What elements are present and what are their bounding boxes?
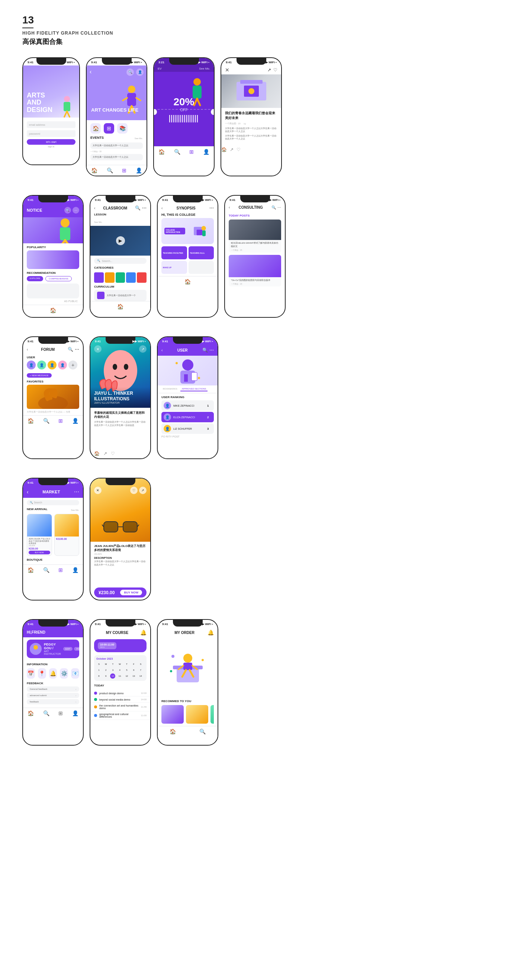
share-icon[interactable]: ↗ [267, 67, 271, 73]
nav-home-icon[interactable]: 🏠 [117, 304, 124, 310]
svg-point-28 [113, 364, 117, 370]
nav-user-icon[interactable]: 👤 [72, 710, 78, 716]
nav-search-icon[interactable]: 🔍 [43, 418, 49, 424]
more-icon[interactable]: ⋯ [210, 347, 214, 353]
play-button[interactable]: ▶ [116, 236, 125, 245]
close-icon[interactable]: ✕ [225, 67, 229, 73]
approved-tab[interactable]: APPROVED SECTIONS [180, 387, 208, 391]
buy-now-button-1[interactable]: BUY NOW [29, 550, 50, 554]
explore-button[interactable]: EXPLORE [27, 276, 43, 281]
back-button[interactable]: ‹ [161, 348, 162, 352]
nav-search-icon[interactable]: 🔍 [199, 729, 206, 735]
market-search[interactable]: 🔍 Search [27, 500, 79, 505]
nav-home-icon[interactable]: 🏠 [159, 149, 165, 155]
more-icon[interactable]: ⋯ [75, 347, 79, 352]
nav-search-icon[interactable]: 🔍 [174, 149, 180, 155]
phone-notch [38, 479, 68, 485]
buy-now-button[interactable]: BUY NOW [120, 590, 142, 595]
illustration-actions: 🏠 ↗ ♡ [90, 449, 150, 458]
lets-start-button[interactable]: let's start [27, 139, 76, 145]
category-4[interactable] [126, 272, 136, 283]
password-field[interactable]: password [27, 130, 76, 137]
nav-home-icon[interactable]: 🏠 [27, 710, 34, 716]
nav-user-icon[interactable]: 👤 [72, 567, 78, 573]
bell-icon[interactable]: 🔔 [140, 630, 146, 635]
teaching-facilities-card: TEACHING FACILITIES [161, 246, 187, 259]
feedback-item-3: feedback › [27, 699, 79, 704]
svg-rect-1 [64, 102, 70, 111]
nav-grid-icon[interactable]: ⊞ [59, 418, 63, 424]
nav-grid-icon[interactable]: ⊞ [59, 710, 63, 716]
icon-grid[interactable]: ⊞ [104, 123, 114, 134]
heart-icon[interactable]: ♡ [273, 67, 278, 73]
categories-grid [90, 272, 150, 283]
svg-rect-23 [197, 229, 202, 235]
phone-art-changes-life: 9:41 ▶▶ WiFi ▪ ‹ 🔍 👤 [86, 57, 147, 177]
more-icon[interactable]: ⋯ [210, 205, 214, 211]
category-2[interactable] [105, 272, 114, 283]
nav-user-icon[interactable]: 👤 [136, 167, 142, 173]
search-icon[interactable]: 🔍 [68, 347, 73, 352]
nav-home-icon[interactable]: 🏠 [27, 567, 34, 573]
category-1[interactable] [94, 272, 104, 283]
nav-grid-icon[interactable]: ⊞ [189, 149, 194, 155]
svg-point-29 [124, 364, 128, 370]
email-field[interactable]: email address [27, 121, 76, 128]
search-icon[interactable]: 🔍 [271, 205, 276, 210]
follow-button[interactable]: FOLLOW [74, 647, 84, 651]
nav-grid-icon[interactable]: ⊞ [122, 167, 127, 173]
more-icon[interactable]: ⋯ [278, 205, 281, 210]
post-body-1: 哈尔滨HELEN GRANT样式了解与联研本具体功能好文 一个两会 - 15 [229, 240, 281, 253]
back-icon[interactable]: ‹ [27, 489, 29, 495]
nav-home-icon[interactable]: 🏠 [170, 729, 176, 735]
svg-rect-19 [60, 228, 70, 240]
nav-user-icon[interactable]: 👤 [72, 418, 78, 424]
heart-icon[interactable]: ♡ [111, 451, 115, 456]
nav-home-icon[interactable]: 🏠 [91, 167, 97, 173]
info-icon-5[interactable]: 📧 [71, 668, 79, 679]
row-1: 9:41 ▶▶ WiFi ▪ ARTS AND DESIGN [22, 57, 486, 177]
nav-search-icon[interactable]: 🔍 [43, 567, 49, 573]
more-icon[interactable]: ⋯ [142, 205, 146, 211]
bookmarks-tab[interactable]: BOOKMARKS [161, 387, 179, 391]
heart-icon[interactable]: ♡ [237, 147, 241, 152]
info-icon-2[interactable]: 📍 [38, 668, 46, 679]
favorite-icon[interactable]: ♡ [130, 487, 138, 494]
nav-user-icon[interactable]: 👤 [203, 149, 210, 155]
home-icon[interactable]: 🏠 [94, 451, 100, 456]
share-icon[interactable]: ↗ [139, 345, 146, 353]
search-bar[interactable]: 🔍 Search... [94, 258, 146, 264]
sign-in-link[interactable]: sign in [27, 145, 76, 148]
search-icon[interactable]: 🔍 [135, 205, 141, 211]
search-icon[interactable]: 🔍 [202, 347, 208, 353]
category-3[interactable] [116, 272, 125, 283]
nav-search-icon[interactable]: 🔍 [107, 167, 113, 173]
category-5[interactable] [137, 272, 146, 283]
info-icon-1[interactable]: 📅 [27, 668, 35, 679]
nav-market-icon[interactable]: ⊞ [59, 567, 63, 573]
icon-home[interactable]: 🏠 [90, 123, 101, 134]
nav-home-icon[interactable]: 🏠 [184, 279, 191, 285]
share-icon[interactable]: ↗ [230, 147, 233, 152]
edit-button[interactable]: EDIT [63, 647, 73, 651]
back-button[interactable]: ‹ [94, 206, 95, 210]
share-icon[interactable]: ↗ [103, 451, 107, 456]
more-icon[interactable]: ⋯ [74, 489, 79, 495]
new-message-button[interactable]: + NEW MESSAGE [27, 373, 52, 378]
comprehensive-button[interactable]: COMPREHENSIVE [45, 276, 72, 281]
info-icon-4[interactable]: ⚙️ [60, 668, 68, 679]
nav-search-icon[interactable]: 🔍 [43, 710, 49, 716]
bell-icon[interactable]: 🔔 [208, 630, 214, 635]
close-icon[interactable]: ✕ [94, 487, 102, 494]
back-button[interactable]: ‹ [229, 205, 230, 210]
home-icon[interactable]: 🏠 [221, 147, 227, 152]
back-button[interactable]: ‹ [27, 347, 28, 352]
nav-home-icon[interactable]: 🏠 [50, 307, 56, 313]
info-icon-3[interactable]: 🔔 [49, 668, 57, 679]
share-icon[interactable]: ↗ [139, 487, 146, 494]
add-avatar[interactable]: + [68, 361, 77, 369]
close-icon[interactable]: ✕ [94, 345, 102, 353]
rank2-avatar: 👤 [164, 414, 171, 421]
nav-home-icon[interactable]: 🏠 [27, 418, 34, 424]
icon-book[interactable]: 📚 [117, 123, 127, 134]
